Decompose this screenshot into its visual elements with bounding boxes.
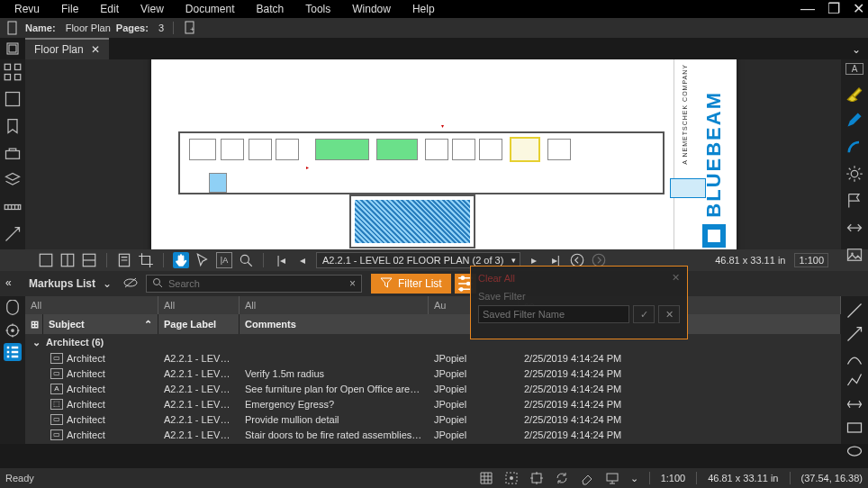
- new-page-icon[interactable]: +: [183, 21, 197, 35]
- status-bar: Ready ⌄ 1:100 46.81 x 33.11 in (37.54, 1…: [0, 468, 868, 488]
- markups-list-icon[interactable]: [4, 343, 22, 361]
- align-icon[interactable]: [116, 252, 132, 268]
- document-canvas[interactable]: BLUEBEAM A NEMETSCHEK COMPANY: [25, 59, 841, 249]
- maximize-icon[interactable]: ❐: [827, 2, 840, 16]
- confirm-filter-icon[interactable]: ✓: [633, 305, 655, 323]
- split-none-icon[interactable]: [38, 252, 54, 268]
- column-config-icon[interactable]: ⊞: [25, 314, 43, 334]
- document-icon[interactable]: [5, 41, 20, 56]
- ellipse-tool-icon[interactable]: [845, 442, 863, 460]
- thumbnails-icon[interactable]: [4, 90, 22, 108]
- sync-icon[interactable]: [555, 471, 569, 485]
- snap-object-icon[interactable]: [529, 471, 544, 485]
- tab-floor-plan[interactable]: Floor Plan ✕: [25, 38, 109, 59]
- col-subject[interactable]: Subject⌃: [43, 314, 158, 334]
- table-row[interactable]: ⬚ArchitectA2.2.1 - LEVEL 02 F...Emergenc…: [25, 396, 841, 411]
- studio-icon[interactable]: [4, 300, 22, 318]
- select-tool-icon[interactable]: [194, 252, 211, 268]
- pages-value: 3: [158, 23, 164, 33]
- collapse-panel-icon[interactable]: «: [5, 276, 12, 289]
- status-menu-icon[interactable]: ⌄: [630, 473, 638, 484]
- crop-icon[interactable]: [138, 252, 154, 268]
- tab-overflow-icon[interactable]: ⌄: [852, 43, 861, 56]
- menu-edit[interactable]: Edit: [89, 1, 130, 17]
- filter-list-button[interactable]: Filter List: [371, 274, 451, 294]
- properties-icon[interactable]: [4, 321, 22, 339]
- pen-tool-icon[interactable]: [845, 111, 863, 129]
- grid-toggle-icon[interactable]: [479, 471, 493, 485]
- menu-revu[interactable]: Revu: [4, 1, 50, 17]
- gear-icon[interactable]: [845, 165, 863, 183]
- filter-all-subject[interactable]: All: [25, 296, 158, 314]
- zoom-tool-icon[interactable]: [238, 252, 254, 268]
- grid-panel-icon[interactable]: [4, 63, 22, 81]
- group-architect[interactable]: ⌄Architect (6): [25, 334, 841, 350]
- table-row[interactable]: ▭ArchitectA2.2.1 - LEVEL 02 F...Provide …: [25, 411, 841, 427]
- comment-cell: See furniture plan for Open Office area …: [240, 384, 429, 394]
- close-popup-icon[interactable]: ✕: [672, 272, 680, 284]
- filter-all-comments[interactable]: All: [240, 296, 429, 314]
- menu-view[interactable]: View: [130, 1, 175, 17]
- menu-tools[interactable]: Tools: [294, 1, 341, 17]
- menu-file[interactable]: File: [50, 1, 89, 17]
- rectangle-tool-icon[interactable]: [845, 419, 863, 437]
- clear-search-icon[interactable]: ×: [349, 277, 356, 290]
- table-row[interactable]: ▭ArchitectA2.2.1 - LEVEL 02 F...JPopiel2…: [25, 350, 841, 366]
- measure-icon[interactable]: [4, 225, 22, 243]
- minimize-icon[interactable]: —: [800, 2, 815, 16]
- clear-all-button[interactable]: Clear All: [478, 273, 515, 284]
- table-row[interactable]: ▭ArchitectA2.2.1 - LEVEL 02 F...Verify 1…: [25, 366, 841, 381]
- eraser-icon[interactable]: [580, 471, 594, 485]
- highlight-tool-icon[interactable]: [845, 84, 863, 102]
- line-tool-icon[interactable]: [845, 302, 863, 320]
- first-page-icon[interactable]: |◂: [273, 252, 289, 268]
- cancel-filter-icon[interactable]: ✕: [658, 305, 680, 323]
- tab-close-icon[interactable]: ✕: [91, 43, 100, 56]
- zoom-scale[interactable]: 1:100: [794, 253, 828, 267]
- svg-point-25: [593, 254, 606, 267]
- filter-all-page[interactable]: All: [158, 296, 240, 314]
- curve-tool-icon[interactable]: [845, 348, 863, 366]
- markups-side-rail: [0, 296, 25, 444]
- close-window-icon[interactable]: ✕: [853, 2, 864, 16]
- search-input[interactable]: [168, 278, 344, 289]
- toolbox-icon[interactable]: [4, 144, 22, 162]
- status-scale[interactable]: 1:100: [661, 473, 686, 483]
- menu-document[interactable]: Document: [175, 1, 246, 17]
- snap-icon[interactable]: [504, 471, 519, 485]
- text-tool-icon[interactable]: A: [845, 63, 863, 75]
- split-horizontal-icon[interactable]: [81, 252, 97, 268]
- presentation-icon[interactable]: [605, 471, 619, 485]
- menu-help[interactable]: Help: [402, 1, 446, 17]
- arrow-tool-icon[interactable]: [845, 325, 863, 343]
- markups-menu-icon[interactable]: ⌄: [99, 277, 115, 290]
- hide-markups-icon[interactable]: [115, 276, 146, 292]
- col-page-label[interactable]: Page Label: [158, 314, 240, 334]
- table-row[interactable]: ▭ArchitectA2.2.1 - LEVEL 02 F...Stair do…: [25, 427, 841, 442]
- polyline-tool-icon[interactable]: [845, 372, 863, 390]
- svg-rect-5: [5, 64, 10, 69]
- text-select-icon[interactable]: |A: [216, 252, 232, 268]
- layers-icon[interactable]: [4, 171, 22, 189]
- markups-header: « Markups List ⌄ × Filter List: [0, 271, 868, 296]
- dimension-tool-icon[interactable]: [845, 395, 863, 413]
- prev-page-icon[interactable]: ◂: [294, 252, 311, 268]
- svg-point-39: [510, 476, 513, 480]
- arrows-icon[interactable]: [845, 219, 863, 237]
- date-cell: 2/25/2019 4:14:24 PM: [519, 368, 663, 379]
- bookmarks-icon[interactable]: [4, 117, 22, 135]
- comment-cell: Provide mullion detail: [240, 414, 429, 425]
- menu-batch[interactable]: Batch: [246, 1, 295, 17]
- menu-window[interactable]: Window: [341, 1, 402, 17]
- search-box[interactable]: ×: [146, 275, 362, 293]
- group-area-measurement[interactable]: ⌄Area Measurement (9): [25, 442, 841, 444]
- table-row[interactable]: AArchitectA2.2.1 - LEVEL 02 F...See furn…: [25, 381, 841, 396]
- flag-icon[interactable]: [845, 192, 863, 210]
- date-cell: 2/25/2019 4:14:24 PM: [519, 384, 663, 394]
- split-vertical-icon[interactable]: [59, 252, 76, 268]
- filter-name-input[interactable]: [478, 305, 629, 323]
- ruler-icon[interactable]: [4, 198, 22, 216]
- shape-tool-icon[interactable]: [845, 138, 863, 156]
- image-tool-icon[interactable]: [845, 246, 863, 264]
- pan-tool-icon[interactable]: [173, 252, 189, 268]
